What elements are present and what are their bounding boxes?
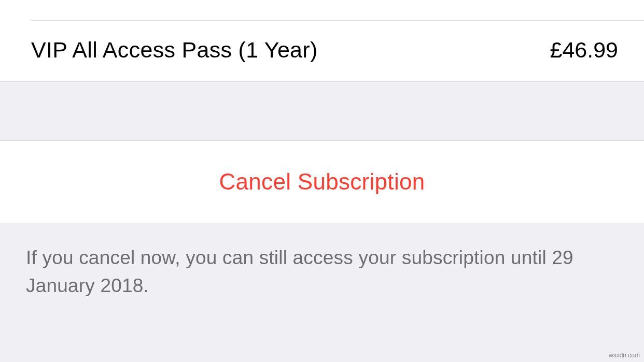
product-price: £46.99: [550, 37, 618, 63]
watermark: wsxdn.com: [609, 352, 640, 359]
product-name: VIP All Access Pass (1 Year): [31, 37, 318, 63]
section-gap: [0, 81, 644, 140]
cancel-section: Cancel Subscription: [0, 140, 644, 223]
product-section: VIP All Access Pass (1 Year) £46.99: [0, 0, 644, 81]
cancel-footer-message: If you cancel now, you can still access …: [0, 223, 644, 299]
top-spacer: [0, 0, 644, 20]
cancel-subscription-button[interactable]: Cancel Subscription: [0, 141, 644, 223]
product-row[interactable]: VIP All Access Pass (1 Year) £46.99: [0, 21, 644, 81]
